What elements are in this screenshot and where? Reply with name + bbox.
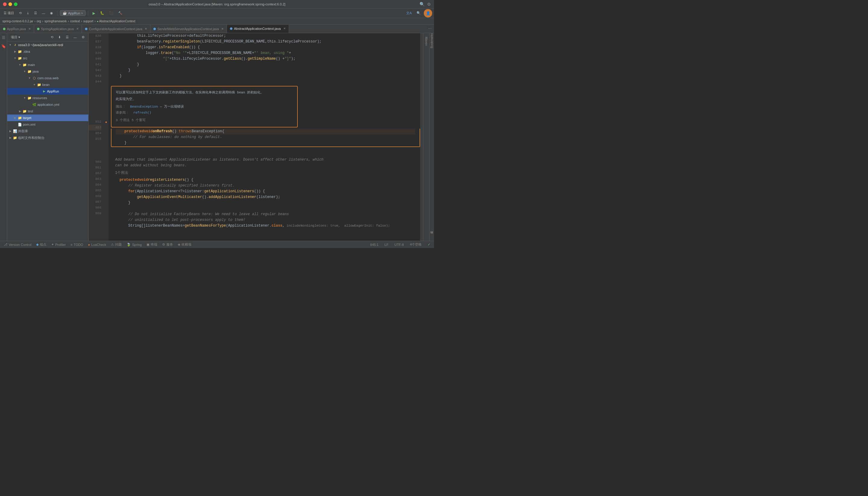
bookmarks-side-bar: Bookmarks 结构	[429, 33, 434, 241]
stop-button[interactable]: ⬛	[107, 11, 115, 16]
breadcrumb-context[interactable]: context	[70, 19, 80, 23]
tree-apprun[interactable]: ▶ AppRun	[7, 88, 88, 95]
tab-apprun[interactable]: AppRun.java ✕	[0, 25, 34, 33]
version-control-item[interactable]: ⎇ Version Control	[2, 243, 33, 247]
tab-close-spring[interactable]: ✕	[76, 27, 79, 30]
tree-java[interactable]: ▼ 📁 java	[7, 68, 88, 75]
search-icon[interactable]: 🔍	[420, 2, 425, 6]
sidebar-btn-2[interactable]: ⬇	[56, 35, 63, 40]
tree-target[interactable]: ▶ 📁 target	[7, 114, 88, 121]
encoding[interactable]: UTF-8	[393, 243, 405, 247]
tree-main[interactable]: ▼ 📁 main	[7, 61, 88, 68]
problems-icon: ⚠	[111, 243, 114, 247]
spring-item[interactable]: 🍃 Spring	[125, 243, 143, 247]
sidebar-btn-5[interactable]: ⚙	[80, 35, 87, 40]
bookmarks-label[interactable]: Bookmarks	[430, 33, 433, 48]
avatar[interactable]: 👤	[424, 9, 432, 17]
tree-yml[interactable]: 🌿 application.yml	[7, 101, 88, 108]
window-controls[interactable]	[3, 2, 17, 6]
tab-close-abstract[interactable]: ✕	[283, 27, 286, 30]
problems-item[interactable]: ⚠ 问题	[110, 242, 123, 247]
tree-test[interactable]: ▶ 📁 test	[7, 108, 88, 114]
arrow-idea: ▶	[13, 50, 17, 53]
run-button[interactable]: ▶	[91, 11, 97, 16]
tree-resources[interactable]: ▼ 📁 resources	[7, 95, 88, 101]
tree-pkg[interactable]: ▼ ⬡ com.ossa.web	[7, 75, 88, 81]
breadcrumb-jar[interactable]: spring-context-6.0.2.jar	[2, 19, 33, 23]
doc-see-link[interactable]: refresh()	[134, 111, 151, 114]
tab-close-apprun[interactable]: ✕	[28, 27, 31, 30]
folder-src-icon: 📁	[17, 56, 22, 61]
breadcrumb-classname[interactable]: AbstractApplicationContext	[99, 19, 135, 23]
breadcrumb: spring-context-6.0.2.jar › org › springf…	[0, 18, 434, 25]
tree-idea[interactable]: ▶ 📁 .idea	[7, 48, 88, 55]
highlighted-code-block: protected void onRefresh() throws BeansE…	[111, 129, 420, 146]
tab-servlet[interactable]: ServletWebServerApplicationContext.java …	[150, 25, 227, 33]
tree-bean[interactable]: ▼ 📁 bean	[7, 81, 88, 88]
todo-item[interactable]: ≡ TODO	[69, 243, 84, 247]
bookmark-icon[interactable]: 🔖	[0, 43, 7, 49]
external-icon: 📊	[13, 129, 17, 134]
tab-springapplication[interactable]: SpringApplication.java ✕	[34, 25, 82, 33]
breadcrumb-springframework[interactable]: springframework	[44, 19, 67, 23]
refresh-button[interactable]: ⟲	[17, 11, 24, 16]
tree-root[interactable]: ▼ J ossa3.0 ~/java/java/seckill-redi	[7, 42, 88, 48]
indent-text: 4个空格	[410, 242, 422, 247]
scrollbar[interactable]	[420, 33, 423, 241]
breadcrumb-support[interactable]: support	[83, 19, 93, 23]
global-search-button[interactable]: 🔍	[415, 11, 422, 16]
sidebar-btn-4[interactable]: —	[72, 35, 79, 40]
line-ending[interactable]: LF	[383, 243, 390, 247]
maven-label[interactable]: Maven	[425, 37, 428, 46]
sidebar-title[interactable]: 项目 ▾	[9, 34, 22, 40]
maximize-button[interactable]	[14, 2, 17, 6]
breadcrumb-org[interactable]: org	[37, 19, 41, 23]
tabs-more-button[interactable]: ⋯	[426, 25, 434, 33]
minimize-button[interactable]	[9, 2, 12, 6]
pkg-label: com.ossa.web	[37, 76, 59, 80]
download-button[interactable]: ⤓	[25, 11, 31, 16]
doc-exception-link[interactable]: BeansException	[130, 105, 158, 108]
translate-button[interactable]: 文A	[404, 10, 414, 16]
tab-close-servlet[interactable]: ✕	[221, 27, 223, 30]
tab-configurable[interactable]: ConfigurableApplicationContext.java ✕	[82, 25, 150, 33]
tree-pom[interactable]: 📄 pom.xml	[7, 121, 88, 128]
code-editor[interactable]: 836 837 838 839 840 841 842 843 844 852 …	[89, 33, 423, 241]
collapse-button[interactable]: —	[40, 11, 47, 16]
tab-close-configurable[interactable]: ✕	[145, 27, 147, 30]
cursor-position[interactable]: 845:1	[369, 243, 380, 247]
indent[interactable]: 4个空格	[409, 242, 423, 247]
luacheck-item[interactable]: ● LuaCheck	[87, 243, 107, 247]
arrow-target: ▶	[13, 116, 17, 119]
doc-comment-text-1: Add beans that implement ApplicationList…	[115, 157, 416, 163]
menu-button[interactable]: ☰	[32, 11, 39, 16]
run-configuration[interactable]: ☕ AppRun ▾	[60, 10, 86, 16]
pom-icon: 📄	[17, 122, 22, 127]
settings-icon[interactable]: ⚙	[427, 2, 431, 6]
target-button[interactable]: ◉	[48, 11, 55, 16]
tree-temp[interactable]: ▶ 📁 临时文件和控制台	[7, 135, 88, 141]
build-button[interactable]: 🔨	[117, 11, 124, 16]
endpoints-item[interactable]: ◆ 端点	[35, 242, 48, 247]
target-label: target	[23, 116, 31, 120]
doc-comment-block-2: Add beans that implement ApplicationList…	[111, 155, 420, 170]
sidebar-btn-1[interactable]: ⟲	[49, 35, 55, 40]
tab-abstract[interactable]: AbstractApplicationContext.java ✕	[227, 25, 289, 33]
structure-icon[interactable]: ☰	[1, 34, 6, 41]
sidebar-btn-3[interactable]: ☰	[64, 35, 71, 40]
check-icon[interactable]: ✓	[427, 243, 432, 247]
dependencies-item[interactable]: ◈ 依赖项	[176, 242, 192, 247]
tree-external[interactable]: ▶ 📊 外部库	[7, 128, 88, 135]
close-button[interactable]	[3, 2, 6, 6]
project-button[interactable]: ☰ 项目	[2, 10, 16, 16]
tree-src[interactable]: ▼ 📁 src	[7, 55, 88, 61]
code-content[interactable]: this.lifecycleProcessor = defaultProcess…	[108, 33, 420, 241]
debug-button[interactable]: 🐛	[98, 11, 106, 16]
luacheck-icon: ●	[88, 243, 90, 247]
statusbar: ⎇ Version Control ◆ 端点 ✦ Profiler ≡ TODO…	[0, 241, 434, 248]
profiler-item[interactable]: ✦ Profiler	[50, 243, 67, 247]
terminal-item[interactable]: ▣ 终端	[145, 242, 158, 247]
services-item[interactable]: ⚙ 服务	[161, 242, 174, 247]
tab-icon-servlet	[153, 28, 156, 30]
external-label: 外部库	[18, 129, 28, 134]
